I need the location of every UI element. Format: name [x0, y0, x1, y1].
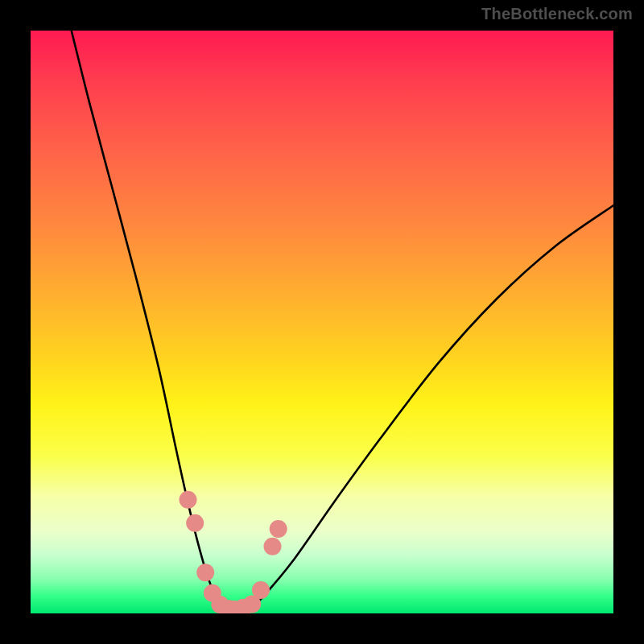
marker-group — [180, 491, 287, 613]
chart-svg — [31, 31, 613, 613]
chart-frame: TheBottleneck.com — [0, 0, 644, 644]
plot-area — [31, 31, 613, 613]
marker-dot — [186, 514, 204, 532]
marker-dot — [264, 538, 282, 555]
marker-dot — [196, 564, 214, 581]
marker-dot — [270, 520, 287, 538]
marker-dot — [252, 581, 270, 599]
curve-path — [72, 31, 613, 611]
marker-dot — [180, 491, 197, 509]
watermark-text: TheBottleneck.com — [481, 5, 633, 23]
